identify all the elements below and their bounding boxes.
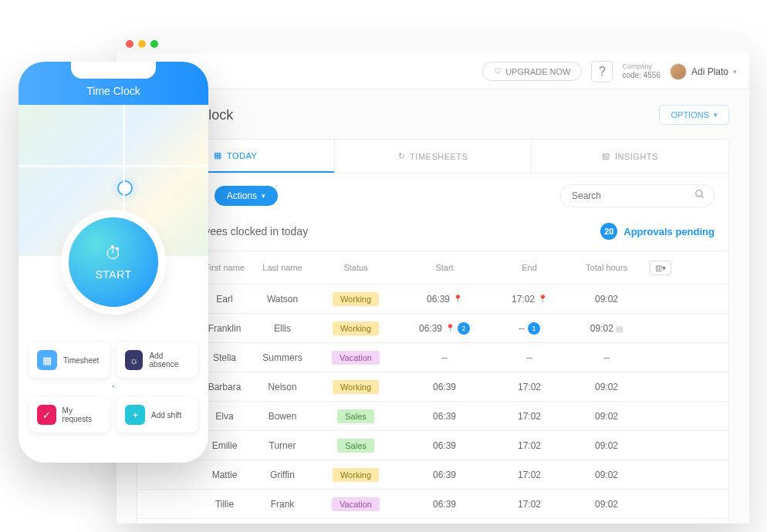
toolbar: ⇅ Filter Actions ▾ [137, 173, 728, 218]
cell-last-name: Nelson [252, 377, 313, 397]
tile-timesheet[interactable]: ▦ Timesheet [29, 342, 110, 378]
help-button[interactable]: ? [591, 61, 613, 82]
table-row[interactable]: Emilie Turner Sales 06:39 17:02 09:02 [137, 430, 728, 460]
cell-start: 06:39📍2 [398, 318, 491, 339]
cell-end: 17:02 [491, 436, 568, 456]
search-input[interactable] [560, 184, 715, 207]
start-label: START [95, 268, 131, 281]
status-badge: Working [333, 468, 379, 482]
check-icon: ✓ [37, 405, 56, 425]
user-name: Adi Plato [691, 66, 728, 77]
table-row[interactable]: Tillie Frank Vacation 06:39 17:02 09:02 [137, 489, 728, 518]
status-badge: Sales [337, 439, 374, 453]
cell-total: 09:02 [568, 289, 645, 309]
map-user-pin [110, 173, 140, 204]
history-icon: ↻ [398, 151, 406, 161]
stopwatch-icon: ⏱ [105, 244, 122, 264]
heart-icon: ♡ [494, 66, 502, 76]
cell-total: 09:02 [568, 406, 645, 426]
status-badge: Vacation [332, 351, 380, 365]
cell-end: 17:02 [491, 377, 568, 397]
cell-last-name: Ellis [252, 318, 313, 338]
tab-bar: ▦ TODAY ↻ TIMESHEETS ▧ INSIGHTS [137, 140, 728, 173]
cell-last-name: Turner [252, 436, 313, 456]
actions-button[interactable]: Actions ▾ [215, 186, 278, 206]
phone-mockup: Time Clock ⏱ START ▦ Timesheet ☼ Add abs… [19, 62, 208, 463]
cell-total: 09:02 [568, 465, 645, 485]
page-content: ⏱ Time Clock OPTIONS ▾ ▦ TODAY ↻ TIMESHE… [117, 89, 749, 524]
calendar-icon: ▦ [214, 150, 222, 160]
cell-last-name: Bowen [252, 406, 313, 426]
cell-first-name: Tillie [198, 494, 252, 514]
svg-line-1 [701, 196, 704, 198]
plus-icon: ＋ [125, 405, 145, 425]
tab-timesheets[interactable]: ↻ TIMESHEETS [334, 140, 532, 173]
cell-start: -- [398, 348, 491, 368]
table-row[interactable]: ✓ Stella Summers Vacation -- -- -- [137, 342, 728, 372]
cell-end: 17:02 [491, 494, 568, 514]
status-badge: Sales [337, 409, 374, 423]
location-icon: 📍 [538, 295, 547, 303]
tab-insights[interactable]: ▧ INSIGHTS [531, 140, 728, 173]
start-button[interactable]: ⏱ START [69, 217, 158, 307]
company-info: Company code: 4556 [622, 62, 661, 80]
cell-start: 06:39📍 [398, 289, 491, 309]
table-row[interactable]: ✓ Franklin Ellis Working 06:39📍2 --1 09:… [137, 313, 728, 342]
tile-add-shift[interactable]: ＋ Add shift [117, 397, 198, 433]
location-icon: 📍 [445, 324, 454, 332]
svg-point-0 [696, 190, 702, 197]
avatar-icon [670, 63, 687, 80]
main-card: ▦ TODAY ↻ TIMESHEETS ▧ INSIGHTS ⇅ Filter [137, 139, 729, 524]
options-button[interactable]: OPTIONS ▾ [659, 105, 729, 125]
tile-add-absence[interactable]: ☼ Add absence [117, 342, 198, 378]
cell-end: 17:02 [491, 406, 568, 426]
upgrade-button[interactable]: ♡ UPGRADE NOW [482, 62, 582, 81]
location-icon: 📍 [453, 295, 462, 303]
cell-first-name: Mattie [198, 465, 252, 485]
close-dot[interactable] [126, 40, 133, 48]
cell-total: 09:02 [568, 377, 645, 397]
top-bar: eam ♡ UPGRADE NOW ? Company code: 4556 A… [117, 54, 749, 89]
cell-start: 06:39 [398, 406, 491, 426]
status-badge: Working [333, 380, 379, 394]
cell-last-name: Griffin [252, 465, 313, 485]
tile-my-requests[interactable]: ✓ My requests [29, 397, 110, 433]
pagination: < 12345 > [137, 518, 728, 524]
approvals-badge: 20 [600, 223, 617, 240]
search-box [560, 184, 715, 207]
phone-notch [71, 62, 156, 79]
summary-row: 6/50 employees clocked in today 20 Appro… [137, 218, 728, 251]
table-row[interactable]: Barbara Nelson Working 06:39 17:02 09:02 [137, 372, 728, 401]
maximize-dot[interactable] [150, 40, 158, 48]
status-badge: Working [333, 292, 379, 306]
upgrade-label: UPGRADE NOW [505, 67, 570, 76]
sun-icon: ☼ [125, 350, 143, 370]
note-icon: ▤ [616, 325, 623, 333]
cell-end: -- [491, 348, 568, 368]
cell-total: 09:02 [568, 436, 645, 456]
search-icon [694, 189, 705, 203]
question-icon: ? [599, 65, 606, 79]
cell-last-name: Summers [252, 348, 313, 368]
cell-end: --1 [491, 318, 568, 339]
column-settings-button[interactable]: ▥▾ [650, 261, 671, 275]
table-header: First name Last name Status Start End To… [137, 251, 728, 284]
window-controls [117, 34, 749, 54]
cell-end: 17:02📍 [491, 289, 568, 309]
user-menu[interactable]: Adi Plato ▾ [670, 63, 737, 80]
cell-total: 09:02 ▤ [568, 318, 645, 338]
page-indicator: • [29, 382, 198, 389]
cell-last-name: Watson [252, 289, 313, 309]
status-badge: Working [333, 322, 379, 335]
cell-start: 06:39 [398, 377, 491, 397]
table-row[interactable]: Earl Watson Working 06:39📍 17:02📍 09:02 [137, 284, 728, 313]
approvals-link[interactable]: 20 Approvals pending [600, 223, 715, 240]
minimize-dot[interactable] [138, 40, 146, 48]
chevron-down-icon: ▾ [733, 68, 737, 76]
chart-icon: ▧ [602, 151, 610, 161]
table-row[interactable]: Mattie Griffin Working 06:39 17:02 09:02 [137, 460, 728, 489]
cell-total: 09:02 [568, 494, 645, 514]
cell-end: 17:02 [491, 465, 568, 485]
table-row[interactable]: Elva Bowen Sales 06:39 17:02 09:02 [137, 401, 728, 430]
status-badge: Vacation [332, 497, 380, 511]
